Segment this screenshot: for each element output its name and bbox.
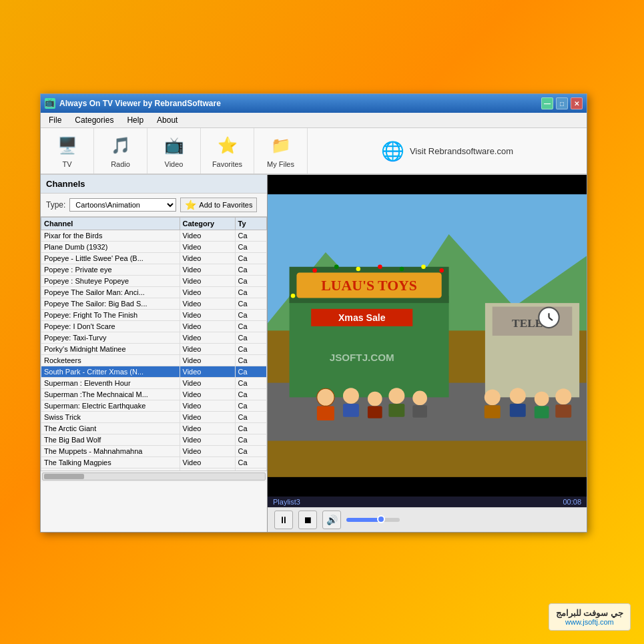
type-label: Type: (46, 200, 65, 210)
table-row[interactable]: The Muppets - Mahnahmahna Video Ca (41, 446, 267, 457)
svg-point-22 (343, 388, 359, 404)
main-window: 📺 Always On TV Viewer by RebrandSoftware… (40, 93, 587, 533)
table-row[interactable]: The Talking Magpies Video Ca (41, 457, 267, 468)
myfiles-icon: 📁 (269, 133, 293, 157)
channel-name: Popeye The Sailor: Big Bad S... (41, 298, 180, 310)
channel-name: Pixar for the Birds (41, 230, 180, 242)
table-row[interactable]: Swiss Trick Video Ca (41, 412, 267, 423)
channel-type: Ca (235, 344, 266, 355)
table-row[interactable]: Porky's Midnight Matinee Video Ca (41, 344, 267, 355)
favorites-label: Favorites (212, 160, 242, 168)
channel-name: The Big Bad Wolf (41, 434, 180, 446)
category-dropdown[interactable]: Cartoons\Animation (69, 198, 176, 212)
stop-icon: ⏹ (303, 515, 312, 525)
table-row[interactable]: South Park - Critter Xmas (N... Video Ca (41, 366, 267, 378)
channel-type: Ca (235, 366, 266, 378)
volume-button[interactable]: 🔊 (322, 511, 341, 529)
horizontal-scrollbar-area (41, 470, 267, 482)
svg-rect-35 (535, 406, 549, 418)
col-header-category: Category (180, 218, 235, 230)
table-row[interactable]: Pixar for the Birds Video Ca (41, 230, 267, 242)
toolbar-tv-button[interactable]: 🖥️ TV (41, 128, 94, 174)
table-row[interactable]: Rocketeers Video Ca (41, 355, 267, 366)
table-row[interactable]: Plane Dumb (1932) Video Ca (41, 242, 267, 253)
channel-category: Video (180, 310, 235, 321)
table-row[interactable]: Superman :The Mechnaical M... Video Ca (41, 389, 267, 400)
svg-point-43 (378, 265, 382, 270)
svg-rect-29 (412, 405, 427, 417)
svg-point-42 (356, 267, 361, 272)
horizontal-scrollbar[interactable] (42, 472, 266, 480)
stop-button[interactable]: ⏹ (298, 511, 317, 529)
table-row[interactable]: The Big Bad Wolf Video Ca (41, 434, 267, 446)
volume-icon: 🔊 (326, 515, 338, 525)
col-header-type: Ty (235, 218, 266, 230)
channel-category: Video (180, 355, 235, 366)
svg-rect-37 (555, 404, 571, 418)
toolbar-favorites-button[interactable]: ⭐ Favorites (201, 128, 254, 174)
table-row[interactable]: Popeye The Sailor: Big Bad S... Video Ca (41, 298, 267, 310)
table-row[interactable]: Superman : Eleventh Hour Video Ca (41, 378, 267, 389)
svg-text:LUAU'S TOYS: LUAU'S TOYS (321, 278, 416, 294)
tv-icon: 🖥️ (55, 133, 79, 157)
channel-name: The Muppets - Mahnahmahna (41, 446, 180, 457)
channel-type: Ca (235, 400, 266, 412)
menu-categories[interactable]: Categories (71, 114, 117, 126)
video-label: Video (165, 160, 184, 168)
playlist-label: Playlist3 (273, 498, 300, 506)
volume-slider[interactable] (346, 518, 400, 522)
table-row[interactable]: The Arctic Giant Video Ca (41, 423, 267, 434)
channel-type: Ca (235, 412, 266, 423)
svg-point-46 (439, 268, 444, 273)
channel-type: Ca (235, 434, 266, 446)
channel-category: Video (180, 366, 235, 378)
menu-file[interactable]: File (45, 114, 65, 126)
minimize-button[interactable]: — (541, 97, 553, 109)
add-to-favorites-button[interactable]: ⭐ Add to Favorites (180, 198, 257, 212)
svg-point-28 (412, 391, 427, 406)
menu-help[interactable]: Help (123, 114, 147, 126)
channels-header: Channels (41, 175, 267, 194)
toolbar-radio-button[interactable]: 🎵 Radio (94, 128, 147, 174)
channel-type: Ca (235, 310, 266, 321)
svg-point-40 (312, 268, 317, 273)
channel-category: Video (180, 230, 235, 242)
channel-name: Popeye - Little Swee' Pea (B... (41, 253, 180, 264)
table-row[interactable]: Popeye : Shuteye Popeye Video Ca (41, 276, 267, 287)
col-header-channel: Channel (41, 218, 180, 230)
toolbar-myfiles-button[interactable]: 📁 My Files (254, 128, 308, 174)
visit-website-button[interactable]: 🌐 Visit Rebrandsoftware.com (308, 128, 587, 174)
volume-thumb (377, 515, 385, 523)
table-row[interactable]: Popeye: Fright To The Finish Video Ca (41, 310, 267, 321)
channels-table-scroll[interactable]: Channel Category Ty Pixar for the Birds … (41, 217, 267, 470)
scrollbar-thumb (44, 474, 84, 479)
table-row[interactable]: Popeye - Little Swee' Pea (B... Video Ca (41, 253, 267, 264)
table-row[interactable]: Popeye The Sailor Man: Anci... Video Ca (41, 287, 267, 298)
svg-point-26 (388, 388, 404, 404)
table-row[interactable]: Popeye: I Don't Scare Video Ca (41, 321, 267, 332)
channel-category: Video (180, 378, 235, 389)
channels-panel: Channels Type: Cartoons\Animation ⭐ Add … (41, 175, 268, 532)
title-bar: 📺 Always On TV Viewer by RebrandSoftware… (41, 94, 587, 113)
channels-filter: Type: Cartoons\Animation ⭐ Add to Favori… (41, 194, 267, 217)
table-row[interactable]: Popeye : Private eye Video Ca (41, 264, 267, 276)
table-row[interactable]: Popeye: Taxi-Turvy Video Ca (41, 332, 267, 344)
channel-type: Ca (235, 457, 266, 468)
channel-name: Popeye: Fright To The Finish (41, 310, 180, 321)
close-button[interactable]: ✕ (571, 97, 583, 109)
maximize-button[interactable]: □ (556, 97, 568, 109)
channel-type: Ca (235, 287, 266, 298)
svg-text:Xmas Sale: Xmas Sale (338, 312, 386, 323)
channel-category: Video (180, 287, 235, 298)
menu-about[interactable]: About (153, 114, 182, 126)
svg-point-41 (334, 265, 339, 270)
table-row[interactable]: Superman: Electric Earthquake Video Ca (41, 400, 267, 412)
pause-button[interactable]: ⏸ (274, 511, 293, 529)
svg-point-36 (555, 388, 571, 404)
toolbar: 🖥️ TV 🎵 Radio 📺 Video ⭐ Favorites 📁 My F… (41, 128, 587, 175)
svg-rect-31 (485, 405, 501, 418)
star-icon: ⭐ (185, 200, 196, 210)
svg-point-39 (291, 294, 296, 298)
toolbar-video-button[interactable]: 📺 Video (147, 128, 201, 174)
channel-category: Video (180, 253, 235, 264)
